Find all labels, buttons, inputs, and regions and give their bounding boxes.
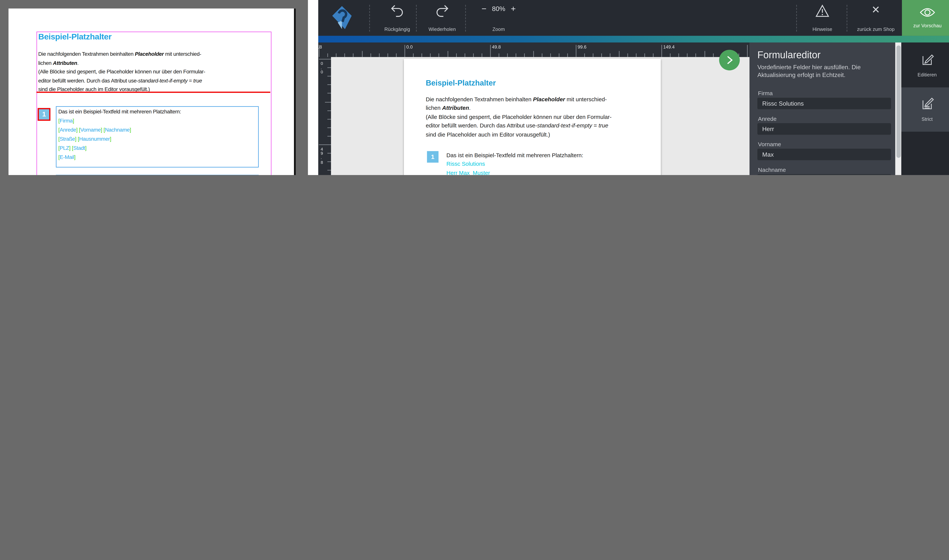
- eye-icon: [920, 7, 935, 20]
- redo-icon: [435, 4, 449, 20]
- toolbar-separator: [369, 5, 370, 32]
- vertical-ruler: 0 . 04 9 . 89 9 . 61 4 9 . 41 9 9 . 22 4…: [318, 57, 331, 175]
- form-editor-subtitle: Vordefinierte Felder hier ausfüllen. Die…: [757, 63, 892, 79]
- zoom-out-button[interactable]: −: [481, 4, 486, 13]
- editor-toolbar: Rückgängig Wiederholen − 80% + Zoom Hinw…: [318, 0, 949, 36]
- form-field-row: Firma: [757, 90, 891, 109]
- preview-heading: Beispiel-Platzhalter: [39, 32, 112, 42]
- mode-editieren-button[interactable]: Editieren: [901, 43, 949, 88]
- preview-page: Beispiel-Platzhalter Die nachfolgenden T…: [9, 9, 296, 175]
- form-field-input[interactable]: [757, 149, 891, 160]
- editor-intro: Die nachfolgenden Textrahmen beinhalten …: [426, 95, 635, 139]
- app-window: Beispiel-Platzhalter Die nachfolgenden T…: [0, 0, 949, 175]
- chevron-right-icon: [725, 55, 734, 65]
- sidebar-scrollbar-thumb[interactable]: [896, 46, 900, 158]
- collapse-sidebar-button[interactable]: [719, 50, 740, 70]
- toolbar-separator: [465, 5, 466, 32]
- warning-triangle-icon: [815, 4, 830, 20]
- progress-gradient-bar: [318, 36, 949, 43]
- form-field-row: Nachname: [757, 166, 891, 175]
- form-field-input[interactable]: [757, 123, 891, 135]
- form-field-input[interactable]: [757, 98, 891, 109]
- panel-divider: [308, 0, 318, 175]
- toolbar-separator: [416, 5, 417, 32]
- item-badge: 1: [38, 108, 50, 121]
- editor-canvas: Beispiel-Platzhalter Die nachfolgenden T…: [331, 57, 750, 175]
- form-field-row: Anrede: [757, 115, 891, 135]
- mode-strict-button[interactable]: Strict: [901, 88, 949, 132]
- zoom-control: − 80% + Zoom: [471, 4, 526, 32]
- form-field-label: Nachname: [758, 166, 891, 173]
- hinweise-button[interactable]: Hinweise: [800, 4, 845, 32]
- form-editor-sidebar: Formulareditor Vordefinierte Felder hier…: [750, 43, 895, 175]
- zoom-value: 80%: [492, 5, 505, 12]
- form-field-label: Firma: [758, 90, 891, 97]
- preview-panel: Beispiel-Platzhalter Die nachfolgenden T…: [0, 0, 308, 175]
- form-field-label: Vorname: [758, 141, 891, 147]
- editor-item-text: Das ist ein Beispiel-Textfeld mit mehrer…: [446, 151, 635, 175]
- edit-lines-icon: [921, 97, 934, 113]
- preview-item-box: [Das ist ein Platzhalter-Textfeldmit Pla…: [56, 175, 259, 175]
- close-icon: ✕: [872, 4, 880, 16]
- mode-rail: Editieren Strict ⚙ Settings: [901, 43, 949, 175]
- preview-intro-frame-line: [36, 92, 270, 93]
- redo-button[interactable]: Wiederholen: [419, 4, 465, 32]
- horizontal-ruler: -49.80.049.899.6149.4: [318, 43, 750, 57]
- item-badge: 1: [427, 151, 439, 163]
- form-field-input[interactable]: [757, 174, 891, 175]
- undo-icon: [390, 4, 404, 20]
- preview-intro: Die nachfolgenden Textrahmen beinhalten …: [39, 50, 268, 94]
- back-to-shop-button[interactable]: ✕ zurück zum Shop: [850, 4, 901, 32]
- form-field-label: Anrede: [758, 115, 891, 122]
- undo-button[interactable]: Rückgängig: [376, 4, 418, 32]
- printformer-logo-icon: [332, 6, 352, 32]
- editor-heading: Beispiel-Platzhalter: [426, 79, 496, 88]
- preview-item-box: Das ist ein Beispiel-Textfeld mit mehrer…: [56, 106, 259, 168]
- zur-vorschau-button[interactable]: zur Vorschau: [902, 0, 949, 36]
- form-editor-title: Formulareditor: [757, 50, 821, 61]
- toolbar-separator: [796, 5, 797, 32]
- edit-icon: [921, 52, 934, 68]
- toolbar-separator: [847, 5, 847, 32]
- form-fields-list: FirmaAnredeVornameNachnameStraßeHausnumm…: [757, 86, 891, 175]
- form-field-row: Vorname: [757, 141, 891, 160]
- editor-page: Beispiel-Platzhalter Die nachfolgenden T…: [404, 59, 661, 175]
- zoom-in-button[interactable]: +: [511, 4, 516, 13]
